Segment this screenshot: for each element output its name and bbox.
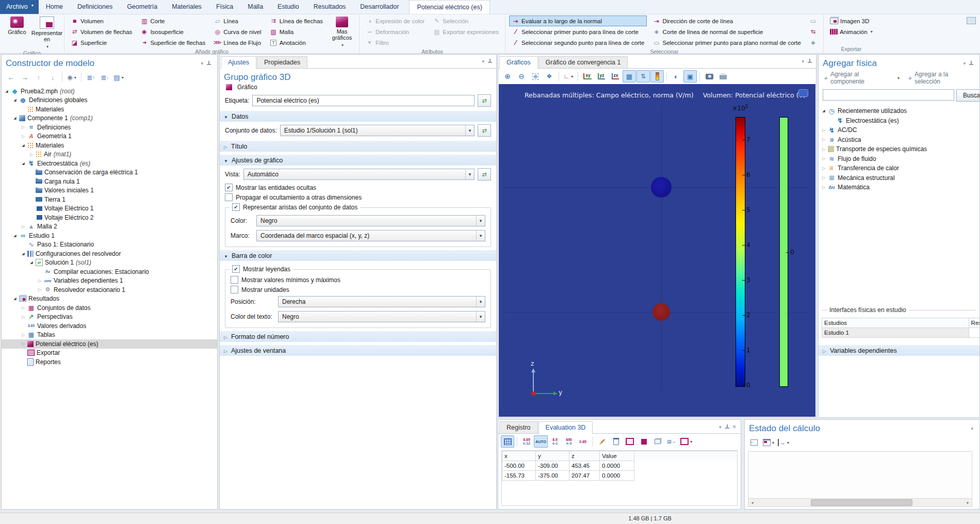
tab-convergencia[interactable]: Gráfico de convergencia 1 — [538, 56, 628, 68]
eval-row[interactable]: -155.73 -375.00 207.47 0.0000 — [502, 470, 737, 481]
section-titulo[interactable]: Título — [220, 141, 496, 152]
toolbar-button[interactable] — [81, 73, 81, 82]
etiqueta-input[interactable]: Potencial eléctrico (es) — [252, 95, 475, 106]
ribbon-item[interactable]: Superficie de flechas — [138, 37, 208, 48]
tree-expander-icon[interactable] — [4, 89, 10, 93]
tree-item[interactable]: Prueba2.mph (root) — [2, 87, 217, 96]
graphics-toolbar-button[interactable] — [515, 70, 528, 83]
status-toolbar-button[interactable] — [747, 436, 761, 449]
close-icon[interactable]: ✕ — [732, 424, 737, 430]
physics-search-input[interactable] — [823, 89, 954, 101]
color-select[interactable]: Negro▼ — [256, 215, 485, 226]
tree-expander-icon[interactable] — [28, 260, 35, 265]
ribbon-tab-contextual[interactable]: Potencial eléctrico (es) — [409, 0, 489, 14]
ribbon-item[interactable]: Animación▾ — [827, 26, 875, 37]
section-ajustes-ventana[interactable]: Ajustes de ventana — [220, 345, 496, 356]
graphics-toolbar-button[interactable] — [501, 70, 514, 83]
ribbon-item[interactable]: Anotación — [267, 37, 325, 48]
physics-tree-item[interactable]: Transferencia de calor — [819, 163, 979, 173]
graphics-toolbar-button[interactable] — [650, 70, 664, 83]
scroll-left-arrow[interactable]: ◂ — [748, 500, 756, 505]
tree-expander-icon[interactable] — [821, 128, 827, 133]
graphics-toolbar-button[interactable]: zx — [609, 70, 622, 83]
tree-item[interactable]: Voltaje Eléctrico 2 — [2, 213, 217, 222]
ribbon-item[interactable]: Evaluar a lo largo de la normal — [509, 15, 647, 26]
evaluation-toolbar-button[interactable]: 8.85e-12 — [520, 435, 533, 448]
ribbon-item[interactable]: Seleccionar segundo punto para línea de … — [509, 37, 647, 48]
toolbar-button[interactable] — [46, 71, 59, 84]
graphics-toolbar-button[interactable] — [669, 70, 683, 83]
tree-item[interactable]: Resolvedor estacionario 1 — [2, 285, 217, 294]
file-menu-button[interactable]: Archivo▾ — [0, 0, 39, 14]
graphics-toolbar-button[interactable]: xy — [581, 70, 594, 83]
pin-icon[interactable] — [725, 424, 729, 430]
ribbon-item[interactable]: Línea — [211, 15, 264, 26]
graphics-toolbar-button[interactable] — [543, 70, 556, 83]
toolbar-button[interactable] — [84, 71, 97, 84]
physics-tree-item[interactable]: Recientemente utilizados — [819, 106, 979, 116]
status-toolbar-button[interactable]: ▾ — [776, 436, 791, 449]
ribbon-item[interactable]: Dirección de corte de línea — [650, 15, 803, 26]
toolbar-button[interactable] — [98, 71, 111, 84]
tab-registro[interactable]: Registro — [499, 421, 538, 433]
checkbox-aristas[interactable] — [232, 203, 240, 211]
tree-expander-icon[interactable] — [821, 109, 827, 113]
add-to-selection-button[interactable]: Agregar a la selección — [907, 71, 975, 85]
tree-expander-icon[interactable] — [20, 143, 26, 148]
ribbon-tab[interactable]: Desarrollador — [353, 0, 406, 14]
tree-item[interactable]: Conjuntos de datos — [2, 303, 217, 313]
toolbar-button[interactable] — [62, 73, 62, 82]
tree-item[interactable]: Perspectivas — [2, 313, 217, 322]
eval-row[interactable]: -500.00 -309.00 453.45 0.0000 — [502, 461, 737, 471]
graphics-toolbar-button[interactable] — [529, 70, 542, 83]
toolbar-button[interactable] — [4, 71, 18, 84]
tree-expander-icon[interactable] — [20, 315, 26, 319]
graphics-canvas[interactable]: Rebanadas múltiples: Campo eléctrico, no… — [499, 84, 815, 417]
graphics-toolbar-button[interactable] — [716, 70, 730, 83]
ribbon-tab[interactable]: Estudio — [270, 0, 306, 14]
ribbon-item[interactable]: Isosuperficie — [138, 26, 208, 37]
ribbon-item[interactable]: Selección — [430, 15, 501, 26]
tree-item[interactable]: Compilar ecuaciones: Estacionario — [2, 267, 217, 276]
tree-item[interactable]: Malla 2 — [2, 222, 217, 232]
tree-expander-icon[interactable] — [12, 98, 18, 102]
tree-expander-icon[interactable] — [821, 147, 827, 152]
toolbar-button[interactable] — [18, 71, 31, 84]
tree-item[interactable]: Solución 1 (sol1) — [2, 258, 217, 268]
tree-expander-icon[interactable] — [20, 305, 26, 310]
panel-menu-icon[interactable]: ▾ — [482, 59, 484, 64]
tree-expander-icon[interactable] — [12, 116, 18, 120]
col-z[interactable]: z — [569, 451, 600, 461]
checkbox-minmax[interactable] — [231, 276, 238, 284]
graphics-toolbar-button[interactable] — [636, 70, 650, 83]
tree-item[interactable]: Componente 1 (comp1) — [2, 114, 217, 123]
tree-item[interactable]: Carga nula 1 — [2, 177, 217, 186]
ribbon-tab[interactable]: Malla — [240, 0, 270, 14]
ribbon-more-graphs-button[interactable]: Mas gráficos ▾ — [327, 15, 357, 48]
ribbon-tab[interactable]: Home — [39, 0, 70, 14]
ribbon-item[interactable]: Corte de línea de normal de superficie — [650, 26, 803, 37]
section-formato-numero[interactable]: Formato del número — [220, 331, 496, 342]
tree-item[interactable]: Tierra 1 — [2, 195, 217, 204]
study-row[interactable]: Estudio 1 ✔ — [822, 328, 980, 338]
tree-item[interactable]: Estudio 1 — [2, 231, 217, 240]
evaluation-toolbar-button[interactable] — [501, 435, 514, 448]
tree-item[interactable]: Reportes — [2, 357, 217, 367]
physics-tree-item[interactable]: Mecánica estructural — [819, 173, 979, 183]
marco-select[interactable]: Coordenada del marco espacial (x, y, z)▼ — [256, 230, 485, 241]
ribbon-tab[interactable]: Materiales — [165, 0, 209, 14]
graphics-toolbar-button[interactable]: yz — [595, 70, 608, 83]
col-y[interactable]: y — [536, 451, 569, 461]
ribbon-tab[interactable]: Definiciones — [70, 0, 120, 14]
panel-menu-icon[interactable]: ▾ — [963, 61, 966, 66]
evaluation-toolbar-button[interactable]: AUTO — [534, 435, 548, 448]
panel-menu-icon[interactable]: ▾ — [971, 426, 973, 431]
posicion-select[interactable]: Derecha▼ — [278, 296, 485, 307]
add-to-component-button[interactable]: Agregar al componente▾ — [823, 71, 900, 85]
evaluation-toolbar-button[interactable]: 8.5e-1 — [548, 435, 562, 448]
section-barra-color[interactable]: Barra de color — [220, 250, 496, 261]
checkbox-leyendas[interactable] — [232, 265, 240, 273]
tree-item[interactable]: Definiciones globales — [2, 96, 217, 105]
tree-item[interactable]: Electroestática (es) — [2, 159, 217, 168]
evaluation-toolbar-button[interactable] — [665, 435, 678, 448]
